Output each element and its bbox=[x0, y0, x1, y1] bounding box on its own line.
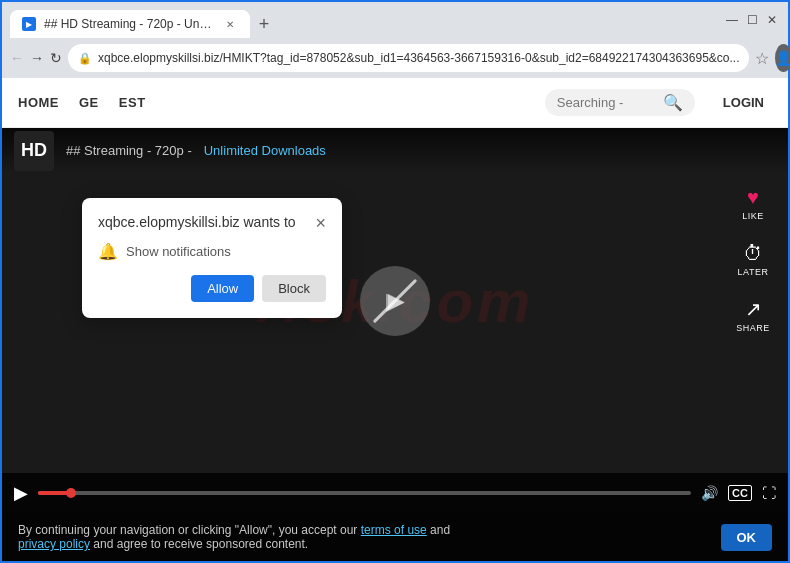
notification-popup: xqbce.elopmyskillsi.biz wants to × 🔔 Sho… bbox=[82, 198, 342, 318]
nav-item-est[interactable]: EST bbox=[119, 95, 146, 110]
hd-badge: HD bbox=[14, 131, 54, 171]
video-controls: ▶ 🔊 CC ⛶ bbox=[2, 473, 788, 513]
later-label: LATER bbox=[738, 267, 769, 277]
side-buttons: ♥ LIKE ⏱ LATER ↗ SHARE bbox=[728, 178, 778, 340]
play-button[interactable]: ▶ bbox=[14, 482, 28, 504]
lock-icon: 🔒 bbox=[78, 52, 92, 65]
bottom-text-after: and agree to receive sponsored content. bbox=[90, 537, 308, 551]
heart-icon: ♥ bbox=[747, 186, 759, 209]
bottom-text-middle: and bbox=[427, 523, 450, 537]
nav-item-home[interactable]: HOME bbox=[18, 95, 59, 110]
unlimited-downloads-link[interactable]: Unlimited Downloads bbox=[204, 143, 326, 158]
share-label: SHARE bbox=[736, 323, 770, 333]
share-icon: ↗ bbox=[745, 297, 762, 321]
progress-thumb bbox=[66, 488, 76, 498]
bookmark-button[interactable]: ☆ bbox=[755, 44, 769, 72]
cc-button[interactable]: CC bbox=[728, 485, 752, 501]
progress-bar[interactable] bbox=[38, 491, 691, 495]
popup-notification-text: Show notifications bbox=[126, 244, 231, 259]
search-icon[interactable]: 🔍 bbox=[663, 93, 683, 112]
progress-fill bbox=[38, 491, 68, 495]
popup-header: xqbce.elopmyskillsi.biz wants to × bbox=[98, 214, 326, 232]
popup-title: xqbce.elopmyskillsi.biz wants to bbox=[98, 214, 296, 230]
bottom-text-before-link1: By continuing your navigation or clickin… bbox=[18, 523, 361, 537]
active-tab[interactable]: ▶ ## HD Streaming - 720p - Unlim... ✕ bbox=[10, 10, 250, 38]
site-nav: HOME GE EST 🔍 LOGIN bbox=[2, 78, 788, 128]
ok-button[interactable]: OK bbox=[721, 524, 773, 551]
play-icon: ▶ bbox=[370, 276, 420, 326]
terms-of-use-link[interactable]: terms of use bbox=[361, 523, 427, 537]
back-button[interactable]: ← bbox=[10, 44, 24, 72]
fullscreen-button[interactable]: ⛶ bbox=[762, 485, 776, 501]
privacy-policy-link[interactable]: privacy policy bbox=[18, 537, 90, 551]
tab-title: ## HD Streaming - 720p - Unlim... bbox=[44, 17, 214, 31]
video-top-bar: HD ## Streaming - 720p - Unlimited Downl… bbox=[2, 128, 788, 173]
hd-badge-container: HD bbox=[14, 131, 54, 171]
clock-icon: ⏱ bbox=[743, 242, 763, 265]
like-button[interactable]: ♥ LIKE bbox=[728, 178, 778, 228]
video-title: ## Streaming - 720p - bbox=[66, 143, 192, 158]
address-text: xqbce.elopmyskillsi.biz/HMIKT?tag_id=878… bbox=[98, 51, 739, 65]
browser-window: ▶ ## HD Streaming - 720p - Unlim... ✕ + … bbox=[0, 0, 790, 563]
profile-button[interactable]: 👤 bbox=[775, 44, 790, 72]
later-button[interactable]: ⏱ LATER bbox=[728, 234, 778, 284]
forward-button[interactable]: → bbox=[30, 44, 44, 72]
close-button[interactable]: ✕ bbox=[764, 12, 780, 28]
nav-item-ge[interactable]: GE bbox=[79, 95, 99, 110]
tab-close-button[interactable]: ✕ bbox=[222, 16, 238, 32]
main-content: xqbce.elopmyskillsi.biz wants to × 🔔 Sho… bbox=[2, 128, 788, 561]
address-bar-row: ← → ↻ 🔒 xqbce.elopmyskillsi.biz/HMIKT?ta… bbox=[2, 38, 788, 78]
like-label: LIKE bbox=[742, 211, 764, 221]
minimize-button[interactable]: — bbox=[724, 12, 740, 28]
search-bar[interactable]: 🔍 bbox=[545, 89, 695, 116]
new-tab-button[interactable]: + bbox=[250, 10, 278, 38]
popup-notification-row: 🔔 Show notifications bbox=[98, 242, 326, 261]
tab-favicon: ▶ bbox=[22, 17, 36, 31]
window-controls: — ☐ ✕ bbox=[724, 12, 780, 28]
slash-line bbox=[373, 278, 418, 323]
play-overlay[interactable]: ▶ bbox=[360, 266, 430, 336]
share-button[interactable]: ↗ SHARE bbox=[728, 290, 778, 340]
refresh-button[interactable]: ↻ bbox=[50, 44, 62, 72]
maximize-button[interactable]: ☐ bbox=[744, 12, 760, 28]
block-button[interactable]: Block bbox=[262, 275, 326, 302]
login-button[interactable]: LOGIN bbox=[715, 91, 772, 114]
popup-buttons: Allow Block bbox=[98, 275, 326, 302]
bell-icon: 🔔 bbox=[98, 242, 118, 261]
popup-close-button[interactable]: × bbox=[315, 214, 326, 232]
allow-button[interactable]: Allow bbox=[191, 275, 254, 302]
address-bar[interactable]: 🔒 xqbce.elopmyskillsi.biz/HMIKT?tag_id=8… bbox=[68, 44, 749, 72]
search-input[interactable] bbox=[557, 95, 657, 110]
volume-button[interactable]: 🔊 bbox=[701, 485, 718, 501]
title-bar: ▶ ## HD Streaming - 720p - Unlim... ✕ + … bbox=[2, 2, 788, 38]
tab-bar: ▶ ## HD Streaming - 720p - Unlim... ✕ + bbox=[10, 2, 716, 38]
bottom-notification-bar: By continuing your navigation or clickin… bbox=[2, 513, 788, 561]
bottom-text: By continuing your navigation or clickin… bbox=[18, 523, 709, 551]
